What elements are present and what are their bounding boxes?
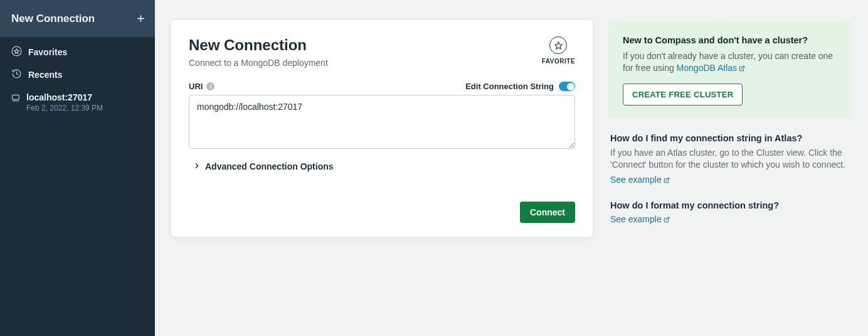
svg-point-2: [12, 46, 21, 56]
help1-title: How do I find my connection string in At…: [610, 133, 850, 143]
uri-label-wrap: URI i: [189, 82, 214, 91]
clock-icon: [11, 68, 22, 81]
uri-row: URI i Edit Connection String: [189, 82, 575, 91]
info-icon[interactable]: i: [206, 82, 214, 90]
sidebar-title: New Connection: [11, 13, 95, 25]
sidebar-favorites-section: Favorites: [0, 37, 155, 65]
sidebar-header: New Connection: [0, 0, 155, 37]
card-title: New Connection: [189, 36, 328, 54]
svg-rect-3: [13, 95, 19, 99]
edit-connection-string-label: Edit Connection String: [465, 82, 554, 91]
recent-connection-text: localhost:27017 Feb 2, 2022, 12:39 PM: [26, 92, 103, 112]
promo-box: New to Compass and don't have a cluster?…: [609, 21, 852, 118]
mongodb-atlas-link[interactable]: MongoDB Atlas: [677, 63, 746, 73]
sidebar-recents-header[interactable]: Recents: [11, 68, 144, 81]
sidebar: New Connection Favorites Recents localho…: [0, 0, 155, 336]
advanced-options-toggle[interactable]: Advanced Connection Options: [194, 161, 575, 171]
recent-connection-host: localhost:27017: [26, 92, 103, 102]
recent-connection-item[interactable]: localhost:27017 Feb 2, 2022, 12:39 PM: [0, 87, 155, 117]
external-link-icon: [664, 215, 670, 225]
edit-connection-string-toggle-wrap: Edit Connection String: [465, 82, 575, 91]
sidebar-recents-section: Recents: [0, 65, 155, 87]
content-area: New Connection Connect to a MongoDB depl…: [155, 0, 868, 336]
uri-label: URI: [189, 82, 203, 91]
svg-line-7: [666, 217, 669, 220]
card-subtitle: Connect to a MongoDB deployment: [189, 58, 328, 68]
favorite-label: FAVORITE: [542, 58, 575, 65]
connection-card: New Connection Connect to a MongoDB depl…: [171, 20, 593, 237]
card-header-text: New Connection Connect to a MongoDB depl…: [189, 36, 328, 68]
promo-text: If you don't already have a cluster, you…: [623, 50, 838, 75]
edit-connection-string-toggle[interactable]: [559, 82, 575, 91]
help2-title: How do I format my connection string?: [610, 200, 850, 210]
chevron-right-icon: [194, 161, 200, 171]
uri-input[interactable]: [189, 95, 575, 149]
connect-button[interactable]: Connect: [520, 202, 575, 223]
button-row: Connect: [189, 202, 575, 223]
server-icon: [11, 94, 20, 105]
help-format-connection-string: How do I format my connection string? Se…: [609, 200, 852, 225]
recent-connection-date: Feb 2, 2022, 12:39 PM: [26, 104, 103, 112]
star-icon: [549, 36, 567, 54]
help-find-connection-string: How do I find my connection string in At…: [609, 133, 852, 185]
advanced-options-label: Advanced Connection Options: [205, 161, 334, 171]
help1-text: If you have an Atlas cluster, go to the …: [610, 147, 850, 171]
promo-title: New to Compass and don't have a cluster?: [623, 35, 838, 45]
new-connection-plus-icon[interactable]: [137, 11, 145, 26]
favorite-button[interactable]: FAVORITE: [542, 36, 575, 65]
recents-label: Recents: [28, 70, 62, 80]
right-panel: New to Compass and don't have a cluster?…: [609, 20, 852, 225]
svg-line-5: [741, 66, 744, 69]
help2-see-example-link[interactable]: See example: [610, 214, 670, 225]
external-link-icon: [739, 63, 745, 75]
external-link-icon: [664, 175, 670, 185]
favorites-label: Favorites: [28, 47, 67, 57]
svg-line-6: [666, 178, 669, 181]
card-header-row: New Connection Connect to a MongoDB depl…: [189, 36, 575, 68]
help1-see-example-link[interactable]: See example: [610, 175, 670, 185]
star-outline-icon: [11, 46, 22, 58]
sidebar-favorites-header[interactable]: Favorites: [11, 46, 144, 58]
create-free-cluster-button[interactable]: CREATE FREE CLUSTER: [623, 84, 743, 106]
